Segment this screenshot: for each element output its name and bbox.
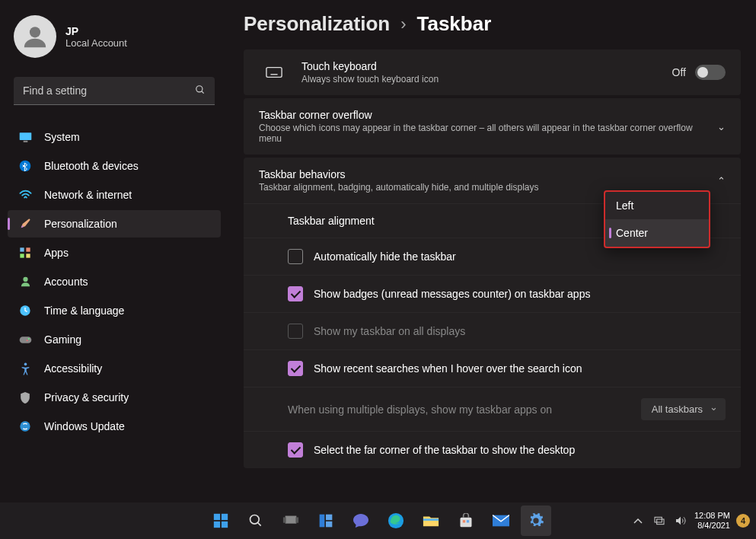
breadcrumb-parent[interactable]: Personalization bbox=[244, 12, 390, 36]
network-tray-icon[interactable] bbox=[652, 513, 667, 528]
nav-label: Apps bbox=[44, 247, 69, 259]
card-subtitle: Always show touch keyboard icon bbox=[301, 74, 660, 85]
chevron-up-icon: ⌃ bbox=[717, 175, 726, 187]
notification-badge[interactable]: 4 bbox=[736, 514, 750, 528]
svg-rect-3 bbox=[19, 132, 31, 140]
search-input[interactable] bbox=[14, 77, 215, 105]
svg-rect-36 bbox=[423, 518, 438, 521]
nav-network[interactable]: Network & internet bbox=[8, 181, 221, 209]
nav-list: System Bluetooth & devices Network & int… bbox=[8, 123, 221, 442]
breadcrumb: Personalization › Taskbar bbox=[244, 12, 741, 36]
nav-bluetooth[interactable]: Bluetooth & devices bbox=[8, 152, 221, 180]
nav-label: System bbox=[44, 131, 80, 143]
card-title: Taskbar corner overflow bbox=[259, 109, 705, 121]
explorer-icon[interactable] bbox=[416, 506, 446, 536]
search-box bbox=[14, 77, 215, 105]
store-icon[interactable] bbox=[451, 506, 481, 536]
chat-icon[interactable] bbox=[346, 506, 376, 536]
clock-icon bbox=[18, 304, 32, 317]
profile-type: Local Account bbox=[65, 37, 127, 49]
taskbar-search-icon[interactable] bbox=[241, 506, 271, 536]
switch-off[interactable] bbox=[695, 65, 726, 80]
touch-keyboard-toggle[interactable]: Off bbox=[672, 65, 726, 80]
profile-name: JP bbox=[65, 25, 127, 37]
nav-label: Privacy & security bbox=[44, 391, 129, 403]
nav-gaming[interactable]: Gaming bbox=[8, 326, 221, 353]
gamepad-icon bbox=[18, 333, 32, 346]
nav-accessibility[interactable]: Accessibility bbox=[8, 355, 221, 382]
svg-rect-4 bbox=[23, 140, 27, 142]
volume-tray-icon[interactable] bbox=[673, 513, 688, 528]
monitor-icon bbox=[18, 130, 32, 144]
svg-rect-41 bbox=[655, 517, 662, 522]
nav-privacy[interactable]: Privacy & security bbox=[8, 384, 221, 411]
touch-keyboard-card[interactable]: Touch keyboard Always show touch keyboar… bbox=[244, 49, 741, 95]
svg-line-2 bbox=[202, 91, 204, 93]
alignment-option-left[interactable]: Left bbox=[605, 192, 709, 219]
wifi-icon bbox=[18, 188, 32, 202]
checkbox-checked[interactable] bbox=[288, 442, 303, 458]
nav-label: Personalization bbox=[44, 218, 117, 230]
badges-row[interactable]: Show badges (unread messages counter) on… bbox=[244, 275, 741, 312]
accessibility-icon bbox=[18, 362, 32, 375]
nav-accounts[interactable]: Accounts bbox=[8, 268, 221, 295]
profile-block[interactable]: JP Local Account bbox=[8, 11, 221, 77]
checkbox-unchecked[interactable] bbox=[288, 249, 303, 264]
option-label: Show my taskbar on all displays bbox=[314, 325, 726, 337]
taskbar-time: 12:08 PM bbox=[694, 511, 730, 521]
nav-apps[interactable]: Apps bbox=[8, 239, 221, 266]
recent-search-row[interactable]: Show recent searches when I hover over t… bbox=[244, 349, 741, 387]
start-button[interactable] bbox=[206, 506, 236, 536]
tray-chevron-up-icon[interactable] bbox=[630, 513, 646, 528]
card-subtitle: Choose which icons may appear in the tas… bbox=[259, 123, 705, 144]
svg-point-0 bbox=[30, 27, 40, 37]
nav-label: Time & language bbox=[44, 305, 124, 317]
svg-rect-30 bbox=[282, 517, 285, 522]
alignment-option-center[interactable]: Center bbox=[605, 219, 709, 247]
svg-rect-32 bbox=[319, 515, 324, 528]
nav-personalization[interactable]: Personalization bbox=[8, 210, 221, 238]
paintbrush-icon bbox=[18, 217, 32, 231]
svg-rect-24 bbox=[221, 514, 227, 520]
overflow-card[interactable]: Taskbar corner overflow Choose which ico… bbox=[244, 98, 741, 155]
card-title: Taskbar behaviors bbox=[259, 168, 705, 180]
profile-text: JP Local Account bbox=[65, 25, 127, 49]
taskbar-clock[interactable]: 12:08 PM 8/4/2021 bbox=[694, 511, 730, 531]
svg-point-14 bbox=[26, 340, 27, 341]
settings-icon[interactable] bbox=[521, 506, 551, 536]
svg-rect-39 bbox=[466, 520, 468, 522]
svg-rect-6 bbox=[20, 247, 24, 251]
option-label: Select the far corner of the taskbar to … bbox=[314, 444, 726, 456]
svg-rect-38 bbox=[462, 520, 464, 522]
taskbar: 12:08 PM 8/4/2021 4 bbox=[0, 502, 756, 539]
taskview-icon[interactable] bbox=[276, 506, 306, 536]
svg-rect-23 bbox=[213, 514, 219, 520]
update-icon bbox=[18, 419, 32, 433]
taskbar-date: 8/4/2021 bbox=[694, 521, 730, 531]
checkbox-checked[interactable] bbox=[288, 361, 303, 376]
multi-display-row: When using multiple displays, show my ta… bbox=[244, 387, 741, 431]
taskbar-center bbox=[206, 506, 551, 536]
checkbox-checked[interactable] bbox=[288, 286, 303, 301]
far-corner-row[interactable]: Select the far corner of the taskbar to … bbox=[244, 431, 741, 468]
nav-label: Windows Update bbox=[44, 420, 125, 432]
checkbox-disabled bbox=[288, 324, 303, 339]
svg-point-10 bbox=[23, 277, 27, 282]
toggle-label: Off bbox=[672, 66, 686, 78]
option-label: Automatically hide the taskbar bbox=[314, 250, 726, 263]
edge-icon[interactable] bbox=[381, 506, 411, 536]
svg-rect-33 bbox=[326, 515, 332, 521]
search-icon bbox=[195, 85, 206, 98]
nav-system[interactable]: System bbox=[8, 123, 221, 151]
nav-label: Bluetooth & devices bbox=[44, 160, 139, 172]
nav-time[interactable]: Time & language bbox=[8, 297, 221, 324]
svg-rect-34 bbox=[326, 521, 332, 528]
svg-point-27 bbox=[250, 515, 259, 525]
card-title: Touch keyboard bbox=[301, 60, 660, 72]
bluetooth-icon bbox=[18, 159, 32, 173]
option-label: When using multiple displays, show my ta… bbox=[288, 403, 630, 416]
mail-icon[interactable] bbox=[486, 506, 516, 536]
widgets-icon[interactable] bbox=[311, 506, 341, 536]
nav-update[interactable]: Windows Update bbox=[8, 413, 221, 440]
option-label: Show badges (unread messages counter) on… bbox=[314, 288, 726, 300]
